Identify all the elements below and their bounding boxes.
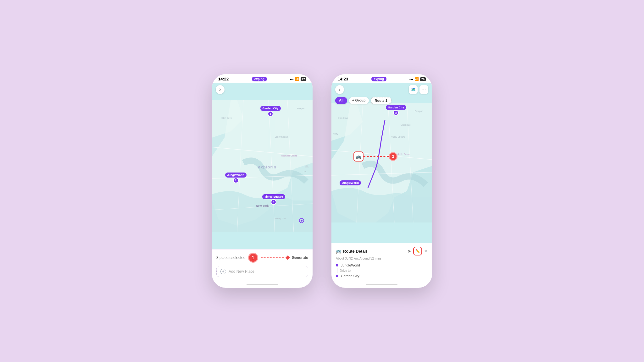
svg-text:Rockville Centre: Rockville Centre [281, 155, 297, 157]
stop-drive-label: Drive to [340, 269, 351, 272]
callout-line [364, 156, 389, 157]
home-indicator-1 [212, 282, 313, 288]
dotted-connector [261, 257, 284, 258]
stop-dot-2 [336, 275, 338, 277]
svg-point-15 [301, 220, 303, 222]
scene: 14:22 exping ▪▪▪ 📶 77 [212, 74, 432, 288]
filter-row: All + Group Route 1 [335, 97, 391, 104]
callout-container: 🚌 2 [353, 151, 397, 162]
svg-text:Glen Cove: Glen Cove [338, 117, 348, 119]
svg-text:r Bay: r Bay [333, 133, 338, 135]
battery-2: 76 [420, 77, 426, 81]
svg-text:Glen Cove: Glen Cove [221, 117, 232, 119]
signal-icon-2: ▪▪▪ [409, 77, 413, 81]
pin-garden-city-2[interactable]: Garden City 3 [386, 105, 406, 116]
pin-label-times-square: Times Square [262, 194, 285, 199]
svg-text:JFK: JFK [303, 171, 307, 173]
more-icon-btn[interactable]: ··· [419, 85, 428, 94]
route-detail-icons: ➤ ✏️ ✕ [408, 247, 428, 255]
wifi-icon-1: 📶 [295, 77, 299, 81]
stop-drive-row: Drive to [336, 268, 428, 273]
filter-all-btn[interactable]: All [335, 97, 347, 104]
stop-connector [337, 268, 337, 273]
stop-garden-city: Garden City [336, 274, 428, 278]
phone-1: 14:22 exping ▪▪▪ 📶 77 [212, 74, 313, 288]
add-icon: + [220, 269, 226, 274]
status-icons-2: ▪▪▪ 📶 76 [409, 77, 426, 81]
stop-dot-1 [336, 264, 338, 266]
home-bar-2 [366, 284, 397, 285]
route-meta: About 33.92 km, Around 32 mins [336, 257, 428, 260]
stop-jungle-world: JungleWorld [336, 263, 428, 267]
pin-label-jungle-world-2: JungleWorld [340, 180, 361, 185]
status-bar-1: 14:22 exping ▪▪▪ 📶 77 [212, 74, 313, 83]
header-right-2: 🗺️ ··· [409, 85, 428, 94]
svg-text:Valley Stream: Valley Stream [391, 136, 405, 138]
layer-icon-btn[interactable]: 🗺️ [409, 85, 418, 94]
battery-1: 77 [301, 77, 306, 81]
route-detail-panel: 🚌 Route Detail ➤ ✏️ ✕ About 33.92 km, Ar… [331, 243, 432, 282]
route-detail-header: 🚌 Route Detail ➤ ✏️ ✕ [336, 247, 428, 255]
bottom-bar-1: 3 places selected 1 Generate + Add New P… [212, 249, 313, 282]
home-indicator-2 [331, 282, 432, 288]
svg-text:Jersey City: Jersey City [275, 217, 286, 220]
diamond-icon [286, 255, 290, 260]
route-stops: JungleWorld Drive to Garden City [336, 263, 428, 278]
status-icons-1: ▪▪▪ 📶 77 [290, 77, 306, 81]
svg-text:Valley Stream: Valley Stream [275, 136, 288, 138]
pin-num-times-square: 1 [271, 199, 276, 205]
callout-num-2: 2 [389, 152, 397, 161]
map-watermark-1: explorin_ [258, 165, 279, 169]
route-bus-icon: 🚌 [336, 249, 341, 254]
navigate-icon[interactable]: ➤ [408, 249, 411, 254]
edit-button[interactable]: ✏️ [413, 247, 422, 255]
close-panel-icon[interactable]: ✕ [424, 249, 428, 254]
map-area-1: Freeport Glen Cove Valley Stream Rockvil… [212, 83, 313, 249]
back-button-2[interactable]: ‹ [335, 85, 344, 94]
time-2: 14:23 [338, 77, 348, 81]
phone-2: 14:23 exping ▪▪▪ 📶 76 Freep [331, 74, 432, 288]
status-bar-2: 14:23 exping ▪▪▪ 📶 76 [331, 74, 432, 83]
home-bar-1 [247, 284, 278, 285]
add-place-input[interactable]: + Add New Place [216, 266, 308, 277]
step-indicator-1: 1 [248, 253, 258, 263]
map-area-2: Freeport Glen Cove Valley Stream Rockvil… [331, 83, 432, 243]
pin-num-garden-city: 3 [268, 111, 273, 117]
pin-jungle-world[interactable]: JungleWorld 2 [225, 173, 247, 183]
svg-text:Uniondale: Uniondale [401, 124, 411, 126]
app-badge-1: exping [252, 77, 267, 81]
pin-num-jungle-world: 2 [233, 178, 239, 183]
wifi-icon-2: 📶 [414, 77, 419, 81]
stop-label-2: Garden City [341, 274, 359, 278]
places-row: 3 places selected 1 Generate [216, 253, 308, 263]
close-button-1[interactable]: × [216, 85, 225, 94]
pin-label-jungle-world: JungleWorld [225, 173, 247, 178]
route-detail-title: Route Detail [343, 249, 367, 254]
pin-jungle-world-2[interactable]: JungleWorld [340, 180, 361, 185]
generate-button[interactable]: Generate [292, 255, 308, 260]
add-place-placeholder: Add New Place [229, 269, 254, 274]
svg-text:Freeport: Freeport [415, 110, 423, 112]
pin-num-garden-city-2: 3 [393, 110, 399, 116]
places-selected-text: 3 places selected [216, 255, 246, 260]
map-svg-2: Freeport Glen Cove Valley Stream Rockvil… [331, 83, 432, 243]
callout-box: 🚌 [353, 151, 364, 162]
filter-route1-btn[interactable]: Route 1 [371, 97, 391, 104]
pin-label-garden-city-2: Garden City [386, 105, 406, 110]
pin-times-square[interactable]: Times Square 1 [262, 194, 285, 205]
pin-label-garden-city: Garden City [260, 106, 281, 111]
app-badge-2: exping [371, 77, 386, 81]
svg-text:Freeport: Freeport [297, 107, 305, 110]
map-header-2: ‹ 🗺️ ··· [335, 85, 428, 94]
pin-garden-city[interactable]: Garden City 3 [260, 106, 281, 117]
filter-add-group-btn[interactable]: + Group [349, 97, 369, 104]
time-1: 14:22 [218, 77, 229, 81]
signal-icon-1: ▪▪▪ [290, 77, 294, 81]
stop-label-1: JungleWorld [341, 263, 360, 267]
route-detail-title-row: 🚌 Route Detail [336, 249, 367, 254]
